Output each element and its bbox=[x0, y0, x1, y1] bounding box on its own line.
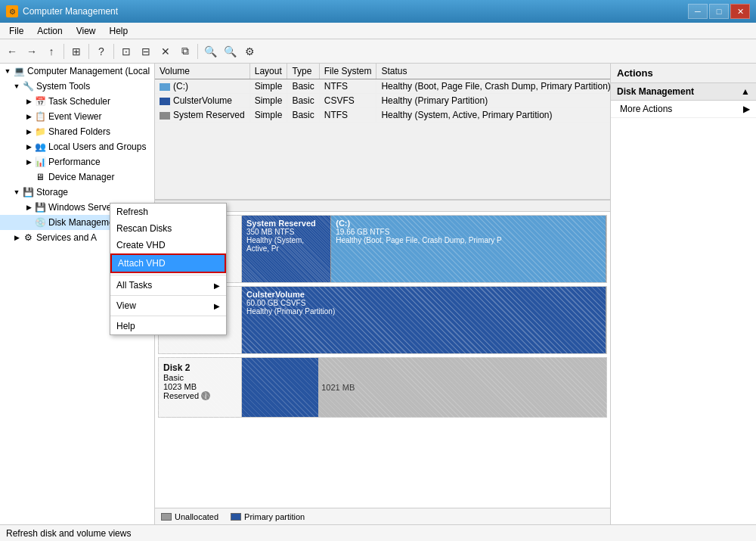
expand-icon: ▼ bbox=[12, 82, 21, 91]
table-row[interactable]: (C:) Simple Basic NTFS Healthy (Boot, Pa… bbox=[155, 79, 610, 94]
app-icon: ⚙ bbox=[6, 5, 18, 17]
new-window-button[interactable]: ⊡ bbox=[117, 42, 135, 61]
ctx-refresh-label: Refresh bbox=[116, 207, 148, 217]
users-icon: 👥 bbox=[34, 141, 46, 153]
tree-item-local-users[interactable]: ▶ 👥 Local Users and Groups bbox=[0, 139, 154, 154]
tree-item-event-viewer[interactable]: ▶ 📋 Event Viewer bbox=[0, 109, 154, 124]
menu-file[interactable]: File bbox=[3, 24, 29, 38]
tree-item-system-tools[interactable]: ▼ 🔧 System Tools bbox=[0, 79, 154, 94]
cell-status: Healthy (System, Active, Primary Partiti… bbox=[376, 108, 610, 123]
legend-unallocated: Unallocated bbox=[161, 512, 218, 521]
tree-label: Local Users and Groups bbox=[48, 141, 146, 152]
table-row[interactable]: CulsterVolume Simple Basic CSVFS Healthy… bbox=[155, 94, 610, 108]
toolbar-sep-2 bbox=[88, 44, 89, 59]
help-button[interactable]: ? bbox=[92, 42, 110, 61]
menu-bar: File Action View Help bbox=[0, 23, 756, 39]
ctx-create-vhd-label: Create VHD bbox=[116, 240, 166, 250]
menu-view[interactable]: View bbox=[70, 24, 102, 38]
ctx-all-tasks-arrow: ▶ bbox=[214, 281, 220, 290]
menu-action[interactable]: Action bbox=[31, 24, 68, 38]
tree-label: Event Viewer bbox=[48, 111, 101, 122]
cell-layout: Simple bbox=[249, 79, 287, 94]
actions-panel: Actions Disk Management ▲ More Actions ▶ bbox=[610, 64, 756, 524]
cell-type: Basic bbox=[287, 108, 319, 123]
perf-icon: 📊 bbox=[34, 156, 46, 168]
table-row[interactable]: System Reserved Simple Basic NTFS Health… bbox=[155, 108, 610, 123]
cell-fs: NTFS bbox=[319, 108, 376, 123]
partition-disk2-blue[interactable] bbox=[242, 358, 318, 417]
properties-button[interactable]: ✕ bbox=[156, 42, 175, 61]
expand-icon: ▼ bbox=[3, 67, 12, 76]
legend-unallocated-label: Unallocated bbox=[175, 512, 218, 521]
expand-icon: ▼ bbox=[12, 188, 21, 197]
tree-item-device-manager[interactable]: 🖥 Device Manager bbox=[0, 169, 154, 185]
ctx-rescan-label: Rescan Disks bbox=[116, 223, 172, 234]
cell-status: Healthy (Primary Partition) bbox=[376, 94, 610, 108]
connect-button[interactable]: ⊟ bbox=[137, 42, 155, 61]
actions-header: Actions bbox=[611, 64, 756, 83]
minimize-button[interactable]: ─ bbox=[688, 4, 708, 19]
ctx-attach-vhd[interactable]: Attach VHD bbox=[110, 253, 226, 273]
up-button[interactable]: ↑ bbox=[42, 42, 60, 61]
actions-item-more[interactable]: More Actions ▶ bbox=[611, 101, 756, 118]
restore-button[interactable]: □ bbox=[709, 4, 729, 19]
actions-item-label: More Actions bbox=[620, 104, 672, 114]
ctx-divider-3 bbox=[110, 316, 226, 316]
actions-section-disk-management[interactable]: Disk Management ▲ bbox=[611, 83, 756, 101]
legend-bar: Unallocated Primary partition bbox=[155, 508, 610, 524]
backup-icon: 💾 bbox=[34, 201, 46, 213]
show-hide-tree-button[interactable]: ⊞ bbox=[67, 42, 85, 61]
ctx-all-tasks[interactable]: All Tasks ▶ bbox=[110, 277, 226, 294]
ctx-divider-2 bbox=[110, 295, 226, 296]
actions-collapse-icon: ▲ bbox=[741, 86, 750, 97]
cell-volume: (C:) bbox=[155, 79, 249, 94]
expand-icon: ▶ bbox=[24, 142, 33, 151]
ctx-view[interactable]: View ▶ bbox=[110, 297, 226, 314]
cell-volume: CulsterVolume bbox=[155, 94, 249, 108]
menu-help[interactable]: Help bbox=[104, 24, 135, 38]
col-type: Type bbox=[287, 64, 319, 79]
actions-section-title: Disk Management bbox=[617, 86, 694, 97]
volume-table: Volume Layout Type File System Status C … bbox=[155, 64, 610, 123]
ctx-divider-1 bbox=[110, 275, 226, 275]
col-status: Status bbox=[376, 64, 610, 79]
legend-primary: Primary partition bbox=[231, 512, 305, 521]
ctx-create-vhd[interactable]: Create VHD bbox=[110, 237, 226, 253]
ctx-attach-vhd-label: Attach VHD bbox=[118, 258, 166, 269]
col-layout: Layout bbox=[249, 64, 287, 79]
expand-icon: ▶ bbox=[24, 157, 33, 166]
device-icon: 🖥 bbox=[34, 171, 46, 183]
cell-fs: NTFS bbox=[319, 79, 376, 94]
export-button[interactable]: ⧉ bbox=[176, 42, 194, 61]
tree-label: Services and A bbox=[36, 232, 97, 243]
volume-table-area: Volume Layout Type File System Status C … bbox=[155, 64, 610, 200]
settings-button[interactable]: ⚙ bbox=[240, 42, 259, 61]
tree-item-performance[interactable]: ▶ 📊 Performance bbox=[0, 154, 154, 169]
ctx-rescan[interactable]: Rescan Disks bbox=[110, 220, 226, 237]
cell-type: Basic bbox=[287, 79, 319, 94]
toolbar-sep-1 bbox=[64, 44, 64, 59]
services-icon: ⚙ bbox=[22, 232, 34, 244]
actions-item-arrow: ▶ bbox=[743, 104, 750, 114]
expand-icon: ▶ bbox=[24, 112, 33, 121]
tree-label: Device Manager bbox=[48, 172, 114, 182]
tree-item-computer-management[interactable]: ▼ 💻 Computer Management (Local bbox=[0, 64, 154, 79]
forward-button[interactable]: → bbox=[23, 42, 41, 61]
tree-item-task-scheduler[interactable]: ▶ 📅 Task Scheduler bbox=[0, 94, 154, 109]
search2-button[interactable]: 🔍 bbox=[221, 42, 239, 61]
ctx-view-label: View bbox=[116, 300, 136, 311]
tree-item-shared-folders[interactable]: ▶ 📁 Shared Folders bbox=[0, 124, 154, 139]
legend-primary-box bbox=[231, 513, 241, 521]
ctx-help[interactable]: Help bbox=[110, 318, 226, 334]
ctx-refresh[interactable]: Refresh bbox=[110, 204, 226, 220]
task-icon: 📅 bbox=[34, 95, 46, 107]
toolbar-sep-4 bbox=[197, 44, 198, 59]
search-button[interactable]: 🔍 bbox=[201, 42, 219, 61]
legend-unallocated-box bbox=[161, 513, 172, 521]
back-button[interactable]: ← bbox=[3, 42, 21, 61]
expand-icon: ▶ bbox=[24, 203, 33, 212]
tree-item-storage[interactable]: ▼ 💾 Storage bbox=[0, 185, 154, 200]
close-button[interactable]: ✕ bbox=[730, 4, 750, 19]
storage-icon: 💾 bbox=[22, 186, 34, 198]
cell-type: Basic bbox=[287, 94, 319, 108]
